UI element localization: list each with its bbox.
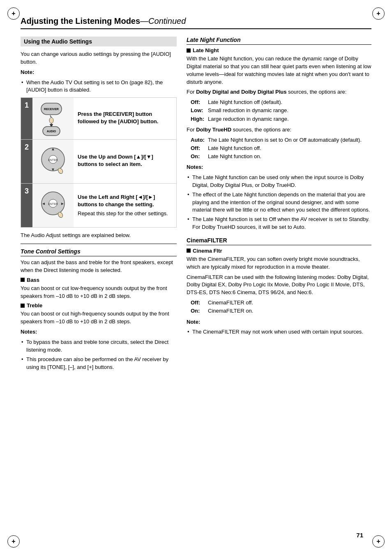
step-image-1: RECEIVER AUDIO — [32, 98, 74, 139]
treble-text: You can boost or cut high-frequency soun… — [21, 310, 177, 326]
svg-text:AUDIO: AUDIO — [46, 130, 56, 133]
title-text: Adjusting the Listening Modes — [21, 16, 140, 25]
tone-note-2: This procedure can also be performed on … — [21, 356, 177, 371]
tone-section-heading: Tone Control Settings — [21, 248, 177, 256]
truehd-option-on: On: Late Night function on. — [191, 153, 371, 160]
svg-text:▼: ▼ — [51, 167, 55, 172]
receiver-audio-buttons-svg: RECEIVER AUDIO — [38, 101, 69, 136]
audio-note-list: When the Audio TV Out setting is set to … — [21, 79, 177, 94]
step-3-instruction: Use the Left and Right [◄]/[►] buttons t… — [78, 193, 172, 208]
step-row-3: 3 ◄ ► ENTER Use the Left and Right [◄]/[… — [21, 184, 176, 227]
dd-option-low: Low: Small reduction in dynamic range. — [191, 107, 371, 114]
late-night-label: Late Night — [193, 47, 219, 53]
page-container: Adjusting the Listening Modes—Continued … — [0, 0, 392, 555]
step-text-2: Use the Up and Down [▲]/[▼] buttons to s… — [74, 140, 176, 183]
tone-intro: You can adjust the bass and treble for t… — [21, 259, 177, 274]
step-number-2: 2 — [21, 140, 32, 183]
step-2-instruction: Use the Up and Down [▲]/[▼] buttons to s… — [78, 153, 172, 168]
dd-option-off: Off: Late Night function off (default). — [191, 99, 371, 106]
svg-text:◄: ◄ — [42, 201, 46, 206]
late-night-notes-label: Notes: — [187, 164, 371, 171]
audio-adjust-footer: The Audio Adjust settings are explained … — [21, 232, 177, 240]
step-row-1: 1 RECEIVER AU — [21, 98, 176, 140]
svg-text:►: ► — [60, 201, 65, 206]
up-down-buttons-svg: ▲ ▼ ENTER — [38, 143, 69, 180]
truehd-option-off: Off: Late Night function off. — [191, 145, 371, 152]
step-number-3: 3 — [21, 184, 32, 227]
step-text-1: Press the [RECEIVER] button followed by … — [74, 98, 176, 139]
title-suffix: —Continued — [140, 16, 186, 25]
cf-option-on: On: CinemaFILTER on. — [191, 307, 371, 315]
step-1-instruction: Press the [RECEIVER] button followed by … — [78, 111, 172, 125]
step-row-2: 2 ▲ ▼ ENTER — [21, 140, 176, 184]
late-night-intro: With the Late Night function, you can re… — [187, 55, 371, 86]
bass-text: You can boost or cut low-frequency sound… — [21, 285, 177, 300]
ln-note-3: The Late Night function is set to Off wh… — [187, 216, 371, 231]
cinema-filter-options: Off: CinemaFILTER off. On: CinemaFILTER … — [187, 299, 371, 315]
corner-mark-br — [372, 535, 385, 548]
note-label-audio: Note: — [21, 69, 177, 76]
cinema-note-1: The CinemaFILTER may not work when used … — [187, 328, 371, 336]
svg-text:▲: ▲ — [51, 147, 55, 151]
right-column: Late Night Function Late Night With the … — [187, 37, 371, 374]
two-col-layout: Using the Audio Settings You can change … — [21, 37, 371, 374]
dolby-digital-label: For Dolby Digital and Dolby Digital Plus… — [187, 88, 371, 96]
dolby-digital-options: Off: Late Night function off (default). … — [187, 99, 371, 123]
step-image-2: ▲ ▼ ENTER — [32, 140, 74, 183]
truehd-option-auto: Auto: The Late Night function is set to … — [191, 136, 371, 144]
dd-option-high: High: Large reduction in dynamic range. — [191, 115, 371, 123]
tone-notes-label: Notes: — [21, 328, 177, 336]
treble-label: Treble — [27, 302, 42, 309]
cinema-fltr-intro: With the CinemaFILTER, you can soften ov… — [187, 256, 371, 271]
late-night-sub-heading: Late Night — [187, 47, 371, 53]
audio-settings-intro: You can change various audio settings by… — [21, 51, 177, 66]
steps-container: 1 RECEIVER AU — [21, 97, 177, 228]
tone-notes-list: To bypass the bass and treble tone circu… — [21, 339, 177, 371]
svg-point-2 — [49, 117, 53, 123]
bass-label: Bass — [27, 277, 39, 283]
late-night-square-icon — [187, 48, 191, 53]
cinema-fltr-square-icon — [187, 249, 191, 253]
late-night-notes-list: The Late Night function can be used only… — [187, 174, 371, 231]
left-right-buttons-svg: ◄ ► ENTER — [38, 187, 69, 224]
cinema-fltr-body: CinemaFILTER can be used with the follow… — [187, 274, 371, 297]
step-3-extra: Repeat this step for the other settings. — [78, 210, 172, 217]
left-column: Using the Audio Settings You can change … — [21, 37, 177, 374]
bass-sub-heading: Bass — [21, 277, 177, 283]
dolby-truehd-options: Auto: The Late Night function is set to … — [187, 136, 371, 161]
audio-settings-heading: Using the Audio Settings — [21, 37, 177, 46]
step-number-1: 1 — [21, 98, 32, 139]
audio-note-item-1: When the Audio TV Out setting is set to … — [21, 79, 177, 94]
cinema-fltr-sub-heading: Cinema Fltr — [187, 248, 371, 254]
ln-note-1: The Late Night function can be used only… — [187, 174, 371, 189]
step-image-3: ◄ ► ENTER — [32, 184, 74, 227]
tone-note-1: To bypass the bass and treble tone circu… — [21, 339, 177, 354]
page-number: 71 — [356, 532, 363, 539]
svg-text:ENTER: ENTER — [48, 159, 58, 161]
cinema-filter-section: CinemaFILTER Cinema Fltr With the Cinema… — [187, 237, 371, 336]
corner-mark-bl — [7, 535, 20, 548]
separator-tone — [21, 244, 177, 244]
corner-mark-tr — [372, 7, 385, 20]
ln-note-2: The effect of the Late Night function de… — [187, 191, 371, 214]
cf-option-off: Off: CinemaFILTER off. — [191, 299, 371, 306]
treble-sub-heading: Treble — [21, 302, 177, 309]
svg-text:RECEIVER: RECEIVER — [44, 108, 59, 111]
treble-square-icon — [21, 304, 25, 308]
cinema-fltr-label: Cinema Fltr — [193, 248, 222, 254]
dolby-truehd-label: For Dolby TrueHD sources, the options ar… — [187, 126, 371, 134]
late-night-section-heading: Late Night Function — [187, 37, 371, 45]
step-text-3: Use the Left and Right [◄]/[►] buttons t… — [74, 184, 176, 227]
cinema-notes-list: The CinemaFILTER may not work when used … — [187, 328, 371, 336]
svg-text:ENTER: ENTER — [48, 203, 58, 205]
cinema-filter-heading: CinemaFILTER — [187, 237, 371, 245]
bass-square-icon — [21, 278, 25, 282]
page-title: Adjusting the Listening Modes—Continued — [21, 16, 371, 29]
cinema-note-label: Note: — [187, 318, 371, 326]
corner-mark-tl — [7, 7, 20, 20]
